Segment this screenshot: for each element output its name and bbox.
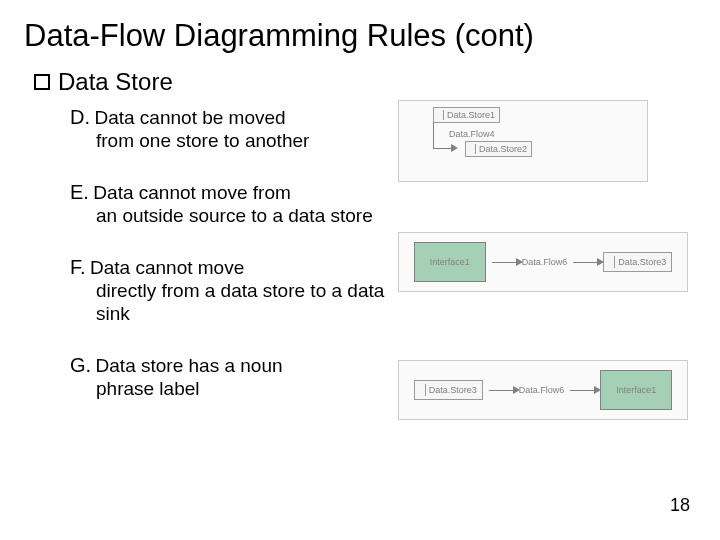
- figure-d: Data.Store1 Data.Flow4 Data.Store2: [398, 100, 648, 182]
- arrow-right-icon: [570, 390, 594, 391]
- datastore-label: Data.Store3: [618, 257, 666, 267]
- slide-title: Data-Flow Diagramming Rules (cont): [24, 18, 696, 54]
- arrow-right-icon: [489, 390, 513, 391]
- rule-letter: D.: [70, 106, 90, 128]
- datastore-box: Data.Store1: [433, 107, 500, 123]
- rule-g: G. Data store has a noun phrase label: [70, 354, 390, 401]
- arrow-right-icon: [573, 262, 597, 263]
- datastore-bar-icon: [438, 110, 444, 120]
- rule-f: F. Data cannot move directly from a data…: [70, 256, 390, 327]
- datastore-box: Data.Store3: [603, 252, 672, 272]
- bullet-checkbox-icon: [34, 74, 50, 90]
- interface-label: Interface1: [616, 385, 656, 395]
- rule-letter: E.: [70, 181, 89, 203]
- dataflow-label: Data.Flow6: [519, 385, 565, 395]
- rule-text-rest: phrase label: [96, 377, 390, 401]
- datastore-label: Data.Store3: [429, 385, 477, 395]
- rule-text-first: Data cannot move: [90, 257, 244, 278]
- dataflow-label: Data.Flow6: [522, 257, 568, 267]
- datastore-box: Data.Store2: [465, 141, 532, 157]
- interface-label: Interface1: [430, 257, 470, 267]
- datastore-bar-icon: [609, 256, 615, 268]
- datastore-box: Data.Store3: [414, 380, 483, 400]
- datastore-bar-icon: [420, 384, 426, 396]
- rule-text-first: Data cannot move from: [93, 182, 290, 203]
- arrow-right-icon: [492, 262, 516, 263]
- datastore-label: Data.Store2: [479, 144, 527, 154]
- rule-text-rest: directly from a data store to a data sin…: [96, 279, 390, 327]
- interface-box: Interface1: [414, 242, 486, 282]
- interface-box: Interface1: [600, 370, 672, 410]
- dataflow-label: Data.Flow4: [449, 129, 495, 139]
- page-number: 18: [670, 495, 690, 516]
- rule-e: E. Data cannot move from an outside sour…: [70, 181, 390, 228]
- rule-letter: G.: [70, 354, 91, 376]
- rule-d: D. Data cannot be moved from one store t…: [70, 106, 390, 153]
- section-header: Data Store: [34, 68, 696, 96]
- figure-f: Data.Store3 Data.Flow6 Interface1: [398, 360, 688, 420]
- datastore-bar-icon: [470, 144, 476, 154]
- rule-text-first: Data cannot be moved: [94, 107, 285, 128]
- rule-text-first: Data store has a noun: [96, 355, 283, 376]
- datastore-label: Data.Store1: [447, 110, 495, 120]
- rule-text-rest: an outside source to a data store: [96, 204, 390, 228]
- rule-letter: F.: [70, 256, 86, 278]
- rules-list: D. Data cannot be moved from one store t…: [70, 106, 390, 401]
- section-label: Data Store: [58, 68, 173, 96]
- figure-e: Interface1 Data.Flow6 Data.Store3: [398, 232, 688, 292]
- rule-text-rest: from one store to another: [96, 129, 390, 153]
